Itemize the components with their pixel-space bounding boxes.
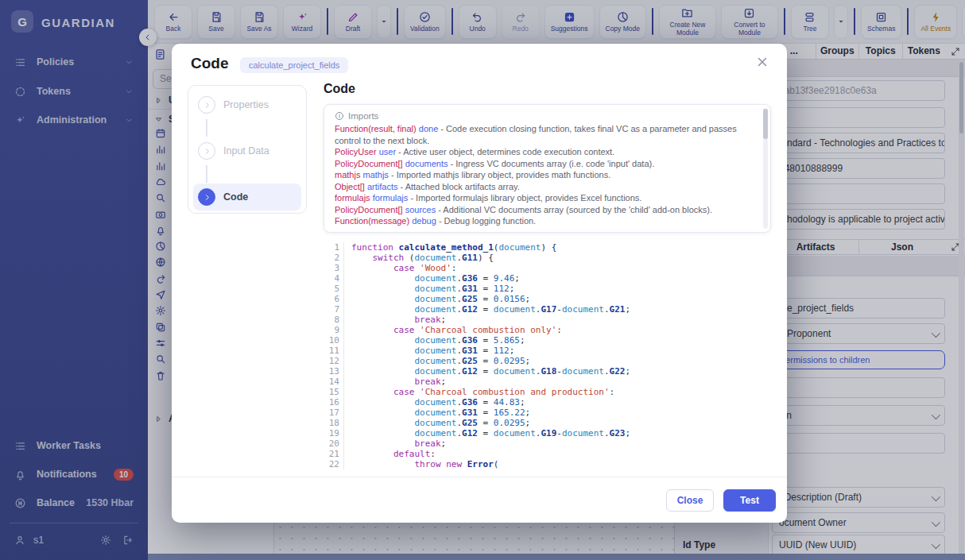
code-line: document.G31 = 112; bbox=[351, 284, 630, 294]
code-line: document.G31 = 165.22; bbox=[351, 407, 630, 418]
line-number: 2 bbox=[324, 253, 339, 263]
code-line: document.G31 = 112; bbox=[351, 346, 630, 356]
line-number: 15 bbox=[324, 387, 339, 397]
line-number: 11 bbox=[324, 346, 339, 356]
chevron-right-icon bbox=[203, 193, 211, 202]
import-line: PolicyUser user - Active user object, de… bbox=[335, 146, 753, 158]
import-line: Function(result, final) done - Code exec… bbox=[335, 123, 753, 146]
import-name: formulajs bbox=[373, 193, 409, 203]
import-desc: - Imported mathjs library object, provid… bbox=[391, 170, 610, 180]
import-name: done bbox=[419, 124, 438, 133]
dialog-footer: Close Test bbox=[172, 477, 787, 523]
code-line: case 'Charcoal combustion only': bbox=[351, 325, 630, 335]
step-code[interactable]: Code bbox=[193, 183, 301, 210]
line-number: 7 bbox=[324, 304, 339, 315]
test-button[interactable]: Test bbox=[723, 489, 776, 512]
step-input-data[interactable]: Input Data bbox=[193, 137, 301, 164]
step-circle bbox=[198, 96, 215, 114]
import-desc: - Ingress VC documents array (i.e. code … bbox=[451, 159, 655, 168]
code-line: case 'Charcoal combustion and production… bbox=[351, 387, 630, 397]
code-line: document.G36 = 9.46; bbox=[351, 273, 630, 284]
line-number: 13 bbox=[324, 366, 339, 377]
import-type: Function(message) bbox=[335, 216, 409, 226]
import-name: documents bbox=[405, 159, 448, 168]
code-line: document.G25 = 0.0156; bbox=[351, 294, 630, 304]
imports-box: Imports Function(result, final) done - C… bbox=[324, 104, 771, 233]
code-line: document.G36 = 44.83; bbox=[351, 397, 630, 407]
code-line: switch (document.G11) { bbox=[351, 253, 630, 263]
code-line: default: bbox=[351, 449, 630, 459]
imports-scrollbar[interactable] bbox=[763, 108, 768, 229]
step-connector bbox=[206, 119, 207, 137]
import-desc: - Debug logging function. bbox=[439, 216, 536, 226]
line-number: 10 bbox=[324, 335, 339, 346]
line-number: 18 bbox=[324, 418, 339, 428]
imports-header: Imports bbox=[335, 111, 753, 121]
import-type: PolicyUser bbox=[335, 147, 377, 156]
step-circle bbox=[198, 188, 215, 206]
import-type: Object[] bbox=[335, 182, 365, 191]
import-line: Object[] artifacts - Attached block arti… bbox=[335, 181, 753, 193]
import-line: mathjs mathjs - Imported mathjs library … bbox=[335, 169, 753, 181]
code-line: document.G12 = document.G17-document.G21… bbox=[351, 304, 630, 315]
code-line: document.G12 = document.G18-document.G22… bbox=[351, 366, 630, 377]
app-window: G GUARDIAN Policies Tokens Administratio… bbox=[0, 0, 965, 560]
step-properties[interactable]: Properties bbox=[193, 91, 301, 118]
import-line: PolicyDocument[] documents - Ingress VC … bbox=[335, 158, 753, 170]
import-type: PolicyDocument[] bbox=[335, 159, 403, 168]
import-line: PolicyDocument[] sources - Additional VC… bbox=[335, 204, 753, 216]
code-line: break; bbox=[351, 315, 630, 325]
code-dialog: Code calculate_project_fields Properties… bbox=[172, 44, 787, 523]
import-type: mathjs bbox=[335, 170, 360, 180]
line-number: 4 bbox=[324, 273, 339, 284]
code-text[interactable]: function calculate_method_1(document) { … bbox=[344, 242, 630, 469]
import-type: Function(result, final) bbox=[335, 124, 417, 133]
import-desc: - Imported formulajs library object, pro… bbox=[410, 193, 641, 203]
close-icon[interactable] bbox=[755, 55, 769, 69]
line-number: 3 bbox=[324, 263, 339, 273]
dialog-content: Code Imports Function(result, final) don… bbox=[324, 75, 771, 469]
import-line: formulajs formulajs - Imported formulajs… bbox=[335, 192, 753, 204]
import-name: user bbox=[379, 147, 396, 156]
line-number: 6 bbox=[324, 294, 339, 304]
code-line: break; bbox=[351, 377, 630, 387]
info-icon bbox=[335, 111, 344, 121]
step-label: Input Data bbox=[223, 145, 269, 156]
import-name: artifacts bbox=[367, 182, 398, 191]
section-title: Code bbox=[324, 82, 771, 96]
code-editor[interactable]: 12345678910111213141516171819202122 func… bbox=[324, 242, 771, 469]
line-number: 9 bbox=[324, 325, 339, 335]
step-connector bbox=[206, 165, 207, 183]
import-name: sources bbox=[405, 205, 436, 214]
chevron-right-icon bbox=[203, 101, 211, 110]
line-number: 19 bbox=[324, 428, 339, 438]
import-desc: - Additional VC documents array (sourced… bbox=[438, 205, 712, 214]
step-label: Code bbox=[223, 191, 248, 203]
code-line: break; bbox=[351, 438, 630, 449]
line-number: 12 bbox=[324, 356, 339, 366]
line-numbers: 12345678910111213141516171819202122 bbox=[324, 242, 344, 469]
dialog-title: Code bbox=[191, 55, 229, 72]
line-number: 14 bbox=[324, 377, 339, 387]
step-label: Properties bbox=[223, 99, 269, 110]
line-number: 20 bbox=[324, 438, 339, 449]
code-line: throw new Error( bbox=[351, 459, 630, 469]
code-line: document.G25 = 0.0295; bbox=[351, 356, 630, 366]
line-number: 17 bbox=[324, 407, 339, 418]
chevron-right-icon bbox=[203, 147, 211, 156]
line-number: 21 bbox=[324, 449, 339, 459]
import-desc: - Attached block artifacts array. bbox=[401, 182, 520, 191]
line-number: 5 bbox=[324, 284, 339, 294]
close-button[interactable]: Close bbox=[666, 489, 714, 512]
line-number: 16 bbox=[324, 397, 339, 407]
code-line: function calculate_method_1(document) { bbox=[351, 242, 630, 253]
line-number: 1 bbox=[324, 242, 339, 253]
import-type: PolicyDocument[] bbox=[335, 205, 403, 214]
import-type: formulajs bbox=[335, 193, 370, 203]
import-name: mathjs bbox=[362, 170, 388, 180]
import-name: debug bbox=[412, 216, 436, 226]
dialog-stepper: PropertiesInput DataCode bbox=[188, 85, 307, 214]
step-circle bbox=[198, 142, 215, 160]
import-desc: - Active user object, determines code ex… bbox=[398, 147, 614, 156]
code-line: document.G12 = document.G19-document.G23… bbox=[351, 428, 630, 438]
